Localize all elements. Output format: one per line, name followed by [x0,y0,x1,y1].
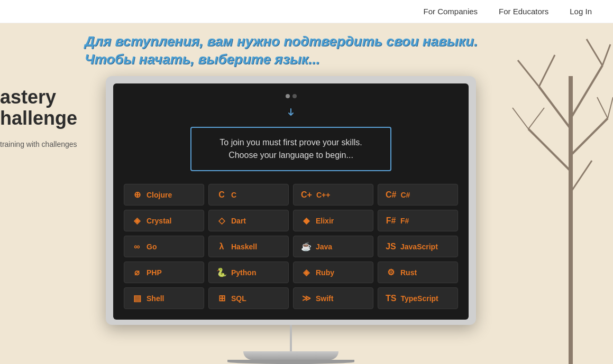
shell-icon: ▤ [132,293,142,303]
fsharp-label: F# [400,217,409,225]
sql-label: SQL [231,294,246,303]
svg-line-6 [518,60,539,87]
svg-line-9 [602,44,610,66]
clojure-icon: ⊕ [132,190,142,200]
svg-line-5 [571,161,592,192]
sql-icon: ⊞ [216,293,227,303]
dot-1 [286,94,290,98]
lang-btn-sql[interactable]: ⊞SQL [208,287,289,309]
swift-icon: ≫ [301,293,312,303]
left-title: astery hallenge [0,87,85,128]
lang-btn-ruby[interactable]: ◈Ruby [293,262,373,283]
lang-btn-rust[interactable]: ⚙Rust [378,262,458,283]
lang-btn-shell[interactable]: ▤Shell [124,287,204,309]
ruby-icon: ◈ [301,267,312,277]
message-line1: To join you must first prove your skills… [204,136,378,149]
shell-label: Shell [147,294,164,303]
svg-line-12 [597,97,608,118]
php-label: PHP [147,268,162,277]
elixir-label: Elixir [316,217,334,225]
lang-btn-c[interactable]: CC [208,184,289,206]
left-subtitle: training with challenges [0,139,85,150]
screen-topbar [124,94,458,98]
c-icon: C [216,190,227,200]
monitor-wrapper: To join you must first prove your skills… [106,76,476,364]
elixir-icon: ◆ [301,216,312,226]
svg-line-8 [587,39,602,66]
dart-label: Dart [231,217,246,225]
cpp-label: C++ [316,191,330,199]
lang-btn-elixir[interactable]: ◆Elixir [293,210,373,231]
java-icon: ☕ [301,241,312,251]
svg-line-10 [513,108,528,129]
monitor-stand-wide [227,360,354,364]
svg-line-3 [571,66,602,118]
language-grid: ⊕ClojureCCC+C++C#C#◈Crystal◇Dart◆ElixirF… [124,184,458,309]
lang-btn-csharp[interactable]: C#C# [378,184,458,206]
rust-icon: ⚙ [386,267,396,277]
russian-heading: Для вступления, вам нужно подтвердить св… [85,33,478,69]
svg-line-11 [528,108,544,129]
monitor-outer: To join you must first prove your skills… [106,76,476,325]
lang-btn-clojure[interactable]: ⊕Clojure [124,184,204,206]
swift-label: Swift [316,294,333,303]
typescript-label: TypeScript [400,294,438,303]
php-icon: ⌀ [132,267,142,277]
lang-btn-swift[interactable]: ≫Swift [293,287,373,309]
message-line2: Choose your language to begin... [204,149,378,162]
go-label: Go [147,242,157,251]
lang-btn-fsharp[interactable]: F#F# [378,210,458,231]
svg-line-13 [608,97,613,118]
python-icon: 🐍 [216,267,227,277]
c-label: C [231,191,236,199]
javascript-label: JavaScript [400,242,438,251]
csharp-label: C# [400,191,410,199]
navbar: For Companies For Educators Log In [0,0,613,23]
svg-line-7 [539,55,555,87]
csharp-icon: C# [386,190,396,200]
clojure-label: Clojure [147,191,172,199]
monitor-screen: To join you must first prove your skills… [113,83,469,320]
lang-btn-javascript[interactable]: JSJavaScript [378,236,458,257]
lang-btn-php[interactable]: ⌀PHP [124,262,204,283]
nav-links: For Companies For Educators Log In [424,7,592,16]
lang-btn-crystal[interactable]: ◈Crystal [124,210,204,231]
monitor-stand-base [243,351,338,360]
dot-2 [292,94,297,98]
java-label: Java [316,242,332,251]
nav-log-in[interactable]: Log In [570,7,592,16]
hero-area: Для вступления, вам нужно подтвердить св… [0,23,613,364]
javascript-icon: JS [386,242,396,251]
message-box: To join you must first prove your skills… [190,127,391,171]
nav-for-educators[interactable]: For Educators [499,7,548,16]
haskell-icon: λ [216,242,227,251]
python-label: Python [231,268,256,277]
tree-decoration [507,23,613,364]
svg-line-4 [571,118,608,155]
go-icon: ∞ [132,242,142,251]
typescript-icon: TS [386,294,396,303]
lang-btn-java[interactable]: ☕Java [293,236,373,257]
ruby-label: Ruby [316,268,334,277]
lang-btn-dart[interactable]: ◇Dart [208,210,289,231]
nav-for-companies[interactable]: For Companies [424,7,478,16]
lang-btn-go[interactable]: ∞Go [124,236,204,257]
dart-icon: ◇ [216,216,227,226]
lang-btn-haskell[interactable]: λHaskell [208,236,289,257]
svg-line-2 [528,129,571,171]
rust-label: Rust [400,268,417,277]
monitor-stand-neck [290,325,292,351]
lang-btn-python[interactable]: 🐍Python [208,262,289,283]
crystal-label: Crystal [147,217,171,225]
arrow-indicator [124,107,458,122]
fsharp-icon: F# [386,216,396,226]
cpp-icon: C+ [301,190,312,200]
lang-btn-cpp[interactable]: C+C++ [293,184,373,206]
crystal-icon: ◈ [132,216,142,226]
haskell-label: Haskell [231,242,257,251]
left-text-block: astery hallenge training with challenges [0,87,85,150]
lang-btn-typescript[interactable]: TSTypeScript [378,287,458,309]
